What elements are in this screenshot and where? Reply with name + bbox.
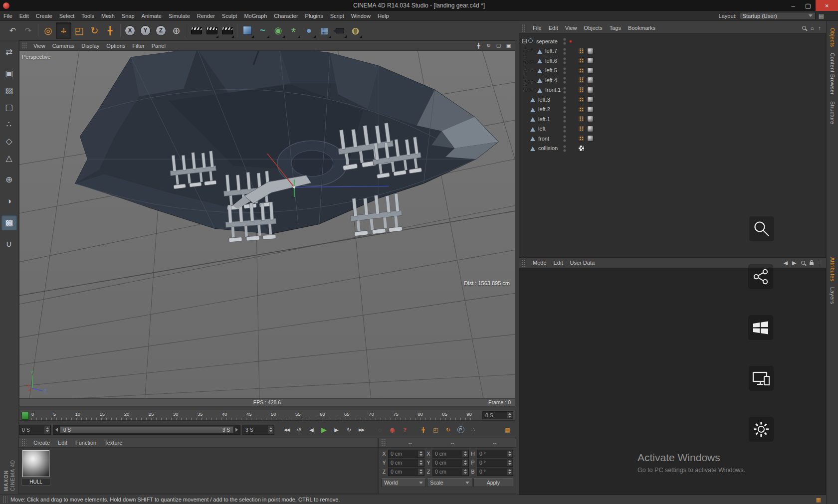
range-left-arrow-icon[interactable] (53, 428, 60, 432)
render-picture-viewer-button[interactable] (204, 22, 219, 39)
object-row[interactable]: collision (519, 144, 826, 154)
size-field[interactable]: 0 cm (432, 459, 469, 467)
apply-button[interactable]: Apply (473, 478, 513, 487)
menu-item[interactable]: File (529, 25, 545, 31)
pan-view-button[interactable]: ╋ (474, 42, 483, 49)
menu-item[interactable]: Window (348, 13, 374, 19)
up-icon[interactable]: ↑ (819, 25, 822, 31)
rotate-tool-button[interactable]: ↻ (87, 22, 102, 39)
menu-item[interactable]: Display (78, 43, 103, 49)
spaceship-model[interactable] (75, 51, 498, 234)
menu-item[interactable]: Objects (580, 25, 606, 31)
timeline-tick[interactable]: 75 (393, 411, 399, 420)
menu-item[interactable]: Create (32, 13, 56, 19)
texture-tag-icon[interactable] (587, 87, 594, 93)
texture-paint-button[interactable]: ◑ (1, 193, 17, 209)
editor-visibility-dot[interactable] (563, 38, 566, 41)
toolbar-separator[interactable] (184, 24, 189, 37)
object-row[interactable]: left.5 (519, 66, 826, 76)
size-mode-dropdown[interactable]: Scale (427, 478, 472, 487)
object-name[interactable]: front (538, 136, 549, 142)
timeline-tick[interactable]: 45 (246, 411, 252, 420)
editor-visibility-dot[interactable] (563, 87, 566, 90)
timeline-tick[interactable]: 25 (149, 411, 154, 420)
stepper[interactable] (418, 460, 423, 466)
panel-grip[interactable] (21, 439, 26, 446)
search-icon[interactable] (802, 26, 806, 30)
texture-tag-icon[interactable] (587, 116, 594, 122)
render-visibility-dot[interactable] (563, 42, 566, 45)
object-name[interactable]: left.5 (545, 67, 557, 73)
selection-tag-icon[interactable] (578, 48, 585, 54)
texture-tag-icon[interactable] (587, 96, 594, 103)
panel-grip[interactable] (381, 439, 386, 446)
close-button[interactable]: × (816, 0, 838, 11)
object-row[interactable]: left.4 (519, 75, 826, 85)
menu-item[interactable]: Simulate (165, 13, 194, 19)
key-scale-toggle[interactable]: ◰ (429, 424, 442, 435)
menu-item[interactable]: Panel (148, 43, 169, 49)
menu-item[interactable]: Sculpt (218, 13, 241, 19)
stepper[interactable] (507, 451, 512, 457)
undo-button[interactable]: ↶ (5, 22, 20, 39)
menu-item[interactable]: Plugins (302, 13, 327, 19)
panel-grip[interactable] (521, 259, 526, 267)
side-tab[interactable]: Objects (829, 25, 836, 50)
menu-item[interactable]: User Data (567, 260, 599, 266)
editor-visibility-dot[interactable] (563, 116, 566, 119)
rotation-field[interactable]: 0 ° (477, 468, 513, 476)
editor-visibility-dot[interactable] (563, 57, 566, 60)
menu-item[interactable]: Function (71, 440, 100, 446)
add-camera-button[interactable] (332, 22, 348, 39)
play-backwards-button[interactable]: ↺ (293, 424, 305, 435)
menu-item[interactable]: Texture (100, 440, 126, 446)
stepper[interactable] (44, 426, 50, 434)
points-mode-button[interactable]: ∴ (1, 117, 17, 132)
viewport-canvas[interactable]: Perspective Dist : 1563.895 cm Y X Z (19, 51, 515, 398)
object-name[interactable]: seperate (536, 38, 558, 44)
menu-item[interactable]: MoGraph (240, 13, 270, 19)
title-bar[interactable]: CINEMA 4D R14.034 Studio - [landing gear… (0, 0, 838, 11)
selection-tag-icon[interactable] (578, 135, 585, 142)
side-tab[interactable]: Layers (829, 284, 836, 307)
add-environment-button[interactable]: ▦ (317, 22, 332, 39)
timeline-tick[interactable]: 65 (344, 411, 350, 420)
uv-mode-button[interactable]: ▩ (1, 215, 17, 230)
add-spline-button[interactable]: ~ (255, 22, 270, 39)
material-thumbnail[interactable] (22, 450, 49, 477)
selection-tag-icon[interactable] (578, 77, 585, 83)
menu-item[interactable]: Snap (118, 13, 138, 19)
timeline-tick[interactable]: 40 (222, 411, 227, 420)
lock-x-axis-button[interactable]: X (122, 22, 138, 39)
keying-options-button[interactable]: ▦ (501, 424, 514, 435)
menu-item[interactable]: Character (270, 13, 301, 19)
render-visibility-dot[interactable] (563, 110, 566, 113)
stepper[interactable] (462, 469, 468, 475)
search-icon[interactable] (801, 261, 805, 265)
object-row[interactable]: seperate (519, 36, 826, 46)
render-visibility-dot[interactable] (563, 81, 566, 84)
menu-item[interactable]: Options (103, 43, 129, 49)
collapse-toggle[interactable] (522, 39, 527, 43)
side-tab[interactable]: Attributes (829, 254, 836, 284)
move-tool-button[interactable] (56, 22, 71, 39)
share-charm[interactable] (748, 264, 773, 289)
texture-tag-icon[interactable] (587, 135, 594, 142)
editor-visibility-dot[interactable] (563, 145, 566, 148)
panel-grip[interactable] (521, 24, 526, 32)
object-row[interactable]: left (519, 124, 826, 134)
stepper[interactable] (418, 469, 423, 475)
timeline-tick[interactable]: 35 (198, 411, 203, 420)
play-mode-button[interactable]: ↻ (343, 424, 355, 435)
object-row[interactable]: left.3 (519, 95, 826, 105)
key-rotation-toggle[interactable]: ↻ (442, 424, 454, 435)
menu-item[interactable]: View (562, 25, 581, 31)
panel-menu-icon[interactable]: ≡ (818, 260, 821, 266)
edges-mode-button[interactable]: ◇ (1, 134, 17, 149)
add-particles-button[interactable]: * (286, 22, 301, 39)
object-row[interactable]: left.1 (519, 114, 826, 124)
selection-tag-icon[interactable] (578, 116, 585, 122)
menu-item[interactable]: Tags (606, 25, 625, 31)
object-name[interactable]: collision (538, 145, 558, 151)
lock-y-axis-button[interactable]: Y (138, 22, 153, 39)
